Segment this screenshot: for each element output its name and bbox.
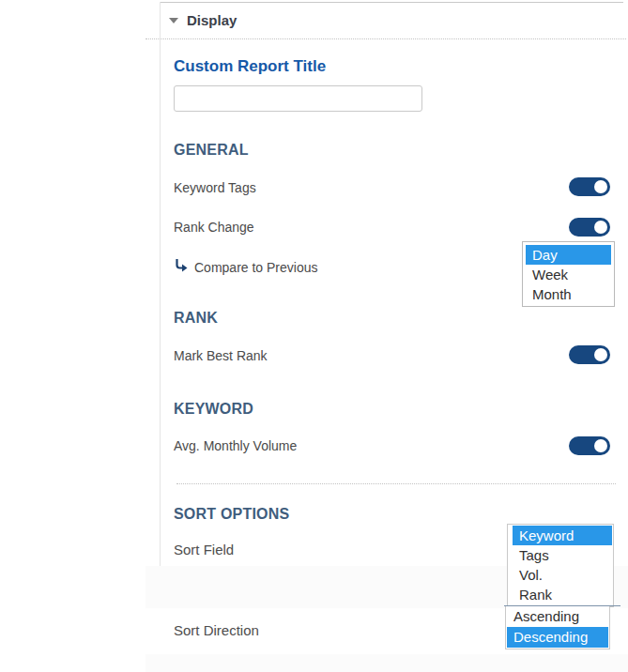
custom-report-title-heading: Custom Report Title: [174, 57, 326, 76]
compare-to-previous-label: Compare to Previous: [194, 260, 318, 275]
dropdown-option-descending[interactable]: Descending: [507, 627, 608, 648]
dropdown-option-day[interactable]: Day: [526, 245, 611, 265]
dotted-divider: [176, 483, 616, 484]
dropdown-option-vol[interactable]: Vol.: [508, 565, 613, 585]
keyword-tags-toggle[interactable]: [569, 177, 610, 196]
keyword-section-heading: KEYWORD: [174, 401, 253, 418]
top-divider: [160, 2, 623, 3]
background-band: [146, 654, 628, 672]
dropdown-option-rank[interactable]: Rank: [508, 585, 613, 604]
rank-change-label: Rank Change: [174, 220, 254, 235]
dropdown-option-tags[interactable]: Tags: [508, 545, 613, 565]
toggle-knob: [594, 348, 607, 361]
compare-period-dropdown[interactable]: Day Week Month: [522, 241, 615, 307]
sort-options-section-heading: SORT OPTIONS: [174, 506, 289, 523]
rank-section-heading: RANK: [174, 310, 218, 327]
sort-field-label: Sort Field: [174, 542, 234, 557]
sort-direction-dropdown[interactable]: Ascending Descending: [505, 606, 610, 649]
avg-monthly-volume-label: Avg. Monthly Volume: [174, 438, 297, 453]
rank-change-toggle[interactable]: [569, 218, 610, 237]
mark-best-rank-toggle[interactable]: [569, 345, 610, 364]
toggle-knob: [594, 180, 607, 193]
toggle-knob: [594, 221, 607, 234]
general-section-heading: GENERAL: [174, 142, 249, 159]
toggle-knob: [594, 439, 607, 452]
corner-down-right-arrow-icon: [174, 258, 189, 273]
keyword-tags-label: Keyword Tags: [174, 180, 256, 195]
mark-best-rank-label: Mark Best Rank: [174, 348, 268, 363]
sort-field-dropdown[interactable]: Keyword Tags Vol. Rank: [507, 524, 614, 607]
dropdown-option-ascending[interactable]: Ascending: [506, 606, 609, 627]
display-section-title: Display: [187, 12, 237, 28]
display-settings-panel: Display Custom Report Title GENERAL Keyw…: [0, 0, 628, 672]
display-section-header[interactable]: Display: [167, 9, 355, 32]
custom-report-title-input[interactable]: [174, 85, 422, 112]
avg-monthly-volume-toggle[interactable]: [569, 436, 610, 455]
dropdown-option-keyword[interactable]: Keyword: [513, 526, 612, 545]
dropdown-option-month[interactable]: Month: [523, 284, 614, 304]
caret-down-icon: [169, 18, 178, 23]
dotted-divider: [146, 38, 626, 39]
panel-left-border: [160, 2, 161, 566]
dropdown-option-week[interactable]: Week: [523, 265, 614, 284]
sort-direction-label: Sort Direction: [174, 622, 259, 638]
